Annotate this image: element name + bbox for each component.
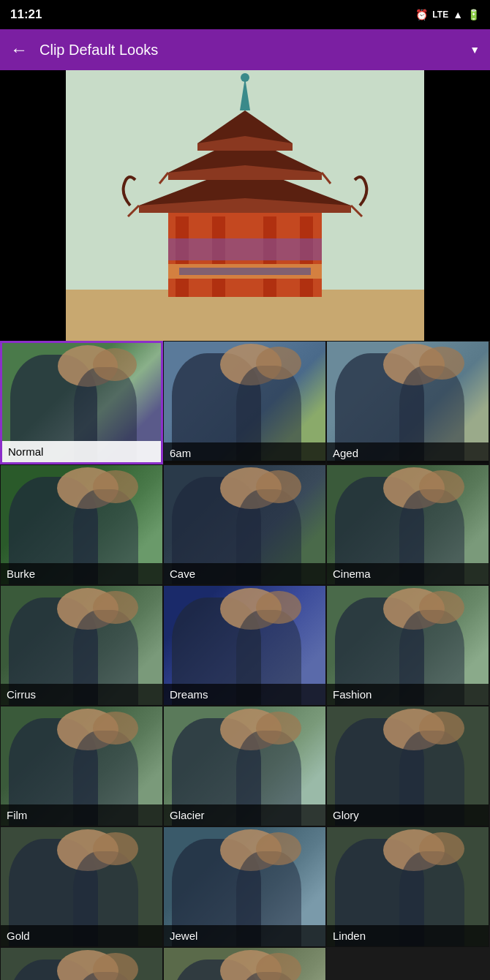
filter-item-6am[interactable]: 6am: [163, 341, 326, 464]
dropdown-button[interactable]: ▼: [470, 44, 480, 56]
boy-head-secondary: [419, 470, 464, 504]
filter-label-linden: Linden: [327, 925, 489, 946]
boy-head-secondary: [256, 470, 301, 504]
svg-rect-7: [168, 238, 322, 260]
boy-head-secondary: [93, 832, 138, 866]
filter-label-normal: Normal: [2, 441, 161, 462]
boy-head-secondary: [93, 591, 138, 625]
boy-head-secondary: [419, 712, 464, 745]
filter-item-glory[interactable]: Glory: [326, 706, 489, 826]
svg-point-20: [241, 73, 249, 82]
back-button[interactable]: ←: [10, 39, 28, 60]
boy-head-secondary: [93, 470, 138, 504]
preview-area: [0, 70, 490, 341]
filter-label-glory: Glory: [327, 804, 489, 826]
filter-item-partial1[interactable]: [0, 947, 163, 980]
filter-item-cave[interactable]: Cave: [163, 464, 326, 585]
filter-label-6am: 6am: [164, 442, 325, 464]
filter-item-normal[interactable]: Normal: [0, 341, 163, 464]
boy-head-secondary: [93, 953, 138, 980]
status-time: 11:21: [10, 7, 42, 22]
top-bar: ← Clip Default Looks ▼: [0, 29, 490, 70]
filter-item-jewel[interactable]: Jewel: [163, 826, 326, 947]
boy-head-secondary: [256, 591, 301, 625]
filter-label-cave: Cave: [164, 563, 325, 584]
filter-label-dreams: Dreams: [164, 684, 325, 705]
boy-head-secondary: [256, 712, 301, 745]
filter-item-film[interactable]: Film: [0, 706, 163, 826]
boy-head-secondary: [256, 347, 301, 380]
status-bar: 11:21 ⏰ LTE ▲ 🔋: [0, 0, 490, 29]
filter-label-fashion: Fashion: [327, 684, 489, 705]
filter-label-aged: Aged: [327, 442, 489, 464]
filter-item-partial2[interactable]: [163, 947, 326, 980]
page-title: Clip Default Looks: [39, 42, 458, 59]
status-icons: ⏰ LTE ▲ 🔋: [415, 9, 480, 20]
svg-rect-21: [179, 268, 311, 275]
boy-head-secondary: [419, 347, 464, 380]
filter-thumb-partial2: [164, 948, 325, 980]
filter-item-cinema[interactable]: Cinema: [326, 464, 489, 585]
filter-item-glacier[interactable]: Glacier: [163, 706, 326, 826]
filter-item-aged[interactable]: Aged: [326, 341, 489, 464]
boy-head-secondary: [93, 712, 138, 745]
filter-label-glacier: Glacier: [164, 804, 325, 826]
filter-item-gold[interactable]: Gold: [0, 826, 163, 947]
lte-icon: LTE: [432, 10, 448, 20]
filter-label-cinema: Cinema: [327, 563, 489, 584]
boy-head-secondary: [256, 832, 301, 866]
filter-label-film: Film: [1, 804, 162, 826]
svg-rect-1: [66, 290, 424, 341]
filter-item-linden[interactable]: Linden: [326, 826, 489, 947]
boy-head-secondary: [93, 348, 137, 382]
filter-label-burke: Burke: [1, 563, 162, 584]
filter-item-fashion[interactable]: Fashion: [326, 585, 489, 706]
boy-head-secondary: [256, 953, 301, 980]
filter-label-cirrus: Cirrus: [1, 684, 162, 705]
boy-head-secondary: [419, 832, 464, 866]
battery-icon: 🔋: [467, 9, 480, 20]
filter-item-dreams[interactable]: Dreams: [163, 585, 326, 706]
signal-icon: ▲: [453, 9, 463, 20]
filter-thumb-partial1: [1, 948, 162, 980]
filter-label-jewel: Jewel: [164, 925, 325, 946]
filter-item-burke[interactable]: Burke: [0, 464, 163, 585]
alarm-icon: ⏰: [415, 9, 428, 20]
boy-head-secondary: [419, 591, 464, 625]
filter-grid: Normal6amAgedBurkeCaveCinemaCirrusDreams…: [0, 341, 490, 980]
filter-label-gold: Gold: [1, 925, 162, 946]
filter-item-cirrus[interactable]: Cirrus: [0, 585, 163, 706]
preview-image: [66, 70, 424, 341]
